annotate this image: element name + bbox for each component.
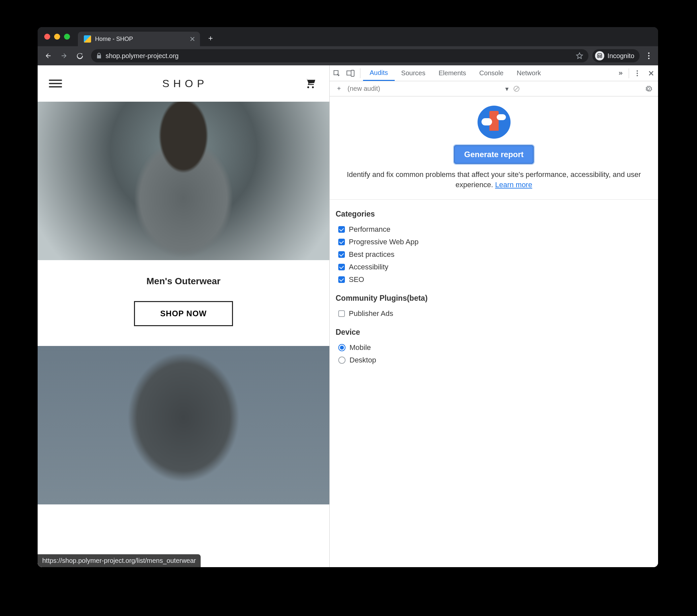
incognito-label: Incognito	[608, 52, 634, 60]
checkbox-performance[interactable]: Performance	[336, 223, 652, 236]
new-audit-button[interactable]: +	[333, 85, 345, 92]
svg-point-10	[637, 75, 638, 76]
shop-header: SHOP	[38, 65, 329, 102]
close-window-button[interactable]	[44, 34, 50, 40]
content-area: SHOP Men's Outerwear SHOP NOW https://sh…	[38, 65, 658, 567]
close-devtools-button[interactable]	[644, 65, 658, 81]
learn-more-link[interactable]: Learn more	[495, 180, 532, 189]
divider	[360, 68, 360, 78]
svg-point-2	[648, 53, 650, 54]
checkbox-label: Performance	[349, 225, 390, 234]
lock-icon	[97, 53, 102, 59]
checkbox-label: Best practices	[349, 250, 395, 259]
tab-bar: Home - SHOP +	[38, 27, 658, 46]
close-tab-button[interactable]	[190, 36, 195, 42]
radio-label: Desktop	[350, 356, 376, 365]
radio-desktop[interactable]: Desktop	[336, 354, 652, 366]
audits-subbar: + (new audit) ▾	[330, 81, 658, 97]
checkbox-icon	[338, 251, 345, 258]
categories-heading: Categories	[336, 210, 652, 219]
radio-icon	[338, 356, 345, 364]
radio-label: Mobile	[350, 343, 371, 352]
svg-point-9	[637, 73, 638, 74]
checkbox-seo[interactable]: SEO	[336, 273, 652, 286]
audits-description-text: Identify and fix common problems that af…	[347, 170, 641, 189]
tab-network[interactable]: Network	[510, 65, 548, 81]
browser-menu-button[interactable]	[643, 50, 655, 62]
device-heading: Device	[336, 328, 652, 337]
svg-point-8	[637, 70, 638, 72]
device-toolbar-button[interactable]	[343, 65, 357, 81]
shop-logo: SHOP	[159, 77, 208, 90]
checkbox-icon	[338, 239, 345, 245]
checkbox-best-practices[interactable]: Best practices	[336, 248, 652, 261]
audits-settings-button[interactable]	[645, 85, 652, 92]
tab-title: Home - SHOP	[95, 36, 133, 43]
browser-tab[interactable]: Home - SHOP	[78, 32, 200, 46]
hero-image-mens-outerwear	[38, 102, 329, 260]
lighthouse-logo-icon	[477, 106, 510, 138]
browser-window: Home - SHOP + shop.polymer-project.org	[38, 27, 658, 567]
checkbox-accessibility[interactable]: Accessibility	[336, 261, 652, 273]
audit-dropdown-icon[interactable]: ▾	[505, 85, 508, 93]
tab-elements[interactable]: Elements	[432, 65, 473, 81]
incognito-indicator[interactable]: Incognito	[592, 49, 640, 62]
svg-point-0	[597, 56, 599, 58]
generate-report-button[interactable]: Generate report	[454, 145, 533, 164]
checkbox-icon	[338, 276, 345, 283]
svg-point-4	[648, 58, 650, 59]
hero-image-secondary	[38, 346, 329, 504]
macos-window-controls	[44, 34, 70, 40]
page-viewport: SHOP Men's Outerwear SHOP NOW https://sh…	[38, 65, 329, 567]
tab-console[interactable]: Console	[473, 65, 510, 81]
tab-favicon-icon	[84, 35, 91, 43]
cart-button[interactable]	[305, 77, 318, 90]
new-tab-button[interactable]: +	[205, 32, 217, 44]
checkbox-label: Publisher Ads	[349, 309, 394, 318]
devtools-panel: Audits Sources Elements Console Network	[329, 65, 658, 567]
devtools-tabbar: Audits Sources Elements Console Network	[330, 65, 658, 81]
reload-button[interactable]	[73, 48, 87, 63]
shop-now-button[interactable]: SHOP NOW	[134, 301, 233, 326]
incognito-icon	[595, 51, 604, 60]
section-title: Men's Outerwear	[38, 276, 329, 287]
checkbox-label: Accessibility	[349, 263, 388, 272]
back-button[interactable]	[41, 48, 56, 63]
checkbox-icon	[338, 264, 345, 270]
checkbox-icon	[338, 226, 345, 233]
audits-header: Generate report Identify and fix common …	[330, 97, 658, 200]
hamburger-menu-button[interactable]	[49, 77, 62, 90]
radio-mobile[interactable]: Mobile	[336, 341, 652, 354]
status-bar-url: https://shop.polymer-project.org/list/me…	[38, 554, 201, 567]
plugins-heading: Community Plugins(beta)	[336, 294, 652, 303]
divider	[629, 68, 629, 78]
omnibox[interactable]: shop.polymer-project.org	[91, 49, 589, 62]
checkbox-publisher-ads[interactable]: Publisher Ads	[336, 307, 652, 320]
minimize-window-button[interactable]	[54, 34, 60, 40]
tab-sources[interactable]: Sources	[395, 65, 432, 81]
audit-dropdown-label[interactable]: (new audit)	[347, 85, 380, 92]
url-text: shop.polymer-project.org	[106, 52, 179, 60]
radio-icon	[338, 344, 345, 351]
svg-point-1	[600, 56, 602, 58]
address-bar: shop.polymer-project.org Incognito	[38, 46, 658, 65]
tab-audits[interactable]: Audits	[363, 65, 395, 81]
checkbox-pwa[interactable]: Progressive Web App	[336, 236, 652, 248]
bookmark-star-icon[interactable]	[576, 52, 583, 59]
forward-button[interactable]	[57, 48, 71, 63]
audits-body: Categories Performance Progressive Web A…	[330, 200, 658, 376]
checkbox-icon	[338, 310, 345, 317]
devtools-menu-button[interactable]	[631, 65, 644, 81]
fullscreen-window-button[interactable]	[64, 34, 70, 40]
audits-description: Identify and fix common problems that af…	[343, 170, 645, 190]
checkbox-label: SEO	[349, 275, 364, 284]
svg-point-3	[648, 55, 650, 57]
clear-audit-button[interactable]	[513, 86, 520, 92]
more-tabs-button[interactable]	[613, 65, 627, 81]
svg-rect-7	[351, 70, 354, 76]
inspect-element-button[interactable]	[330, 65, 343, 81]
checkbox-label: Progressive Web App	[349, 238, 418, 246]
